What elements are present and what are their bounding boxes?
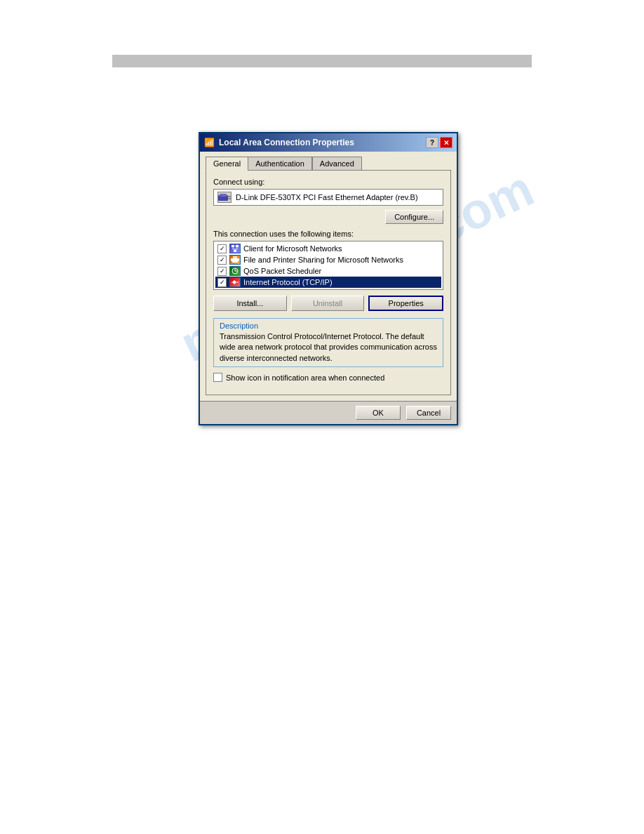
item-label-2: QoS Packet Scheduler bbox=[243, 267, 321, 275]
adapter-icon bbox=[217, 192, 232, 203]
item-label-3: Internet Protocol (TCP/IP) bbox=[243, 278, 333, 286]
svg-rect-2 bbox=[228, 196, 231, 197]
dialog-content: Connect using: D-Link DFE-530TX PCI Fast… bbox=[206, 170, 451, 395]
dialog-footer: OK Cancel bbox=[200, 401, 457, 424]
svg-rect-3 bbox=[228, 198, 231, 199]
notification-label: Show icon in notification area when conn… bbox=[226, 373, 384, 382]
close-button[interactable]: ✕ bbox=[440, 137, 452, 148]
items-list: Client for Microsoft Networks File and P… bbox=[213, 241, 443, 290]
item-checkbox-0[interactable] bbox=[217, 244, 227, 253]
tab-general[interactable]: General bbox=[206, 157, 248, 171]
dialog-title: Local Area Connection Properties bbox=[219, 138, 422, 147]
svg-rect-4 bbox=[232, 245, 234, 247]
list-item[interactable]: File and Printer Sharing for Microsoft N… bbox=[215, 254, 441, 265]
help-button[interactable]: ? bbox=[426, 137, 438, 148]
connect-using-label: Connect using: bbox=[213, 178, 443, 186]
items-label: This connection uses the following items… bbox=[213, 230, 443, 238]
svg-rect-6 bbox=[234, 250, 236, 252]
titlebar: 📶 Local Area Connection Properties ? ✕ bbox=[200, 133, 457, 152]
titlebar-buttons: ? ✕ bbox=[426, 137, 452, 148]
uninstall-button[interactable]: Uninstall bbox=[291, 296, 365, 311]
item-icon-2 bbox=[229, 266, 241, 276]
description-box: Description Transmission Control Protoco… bbox=[213, 318, 443, 367]
item-icon-0 bbox=[229, 244, 241, 253]
item-checkbox-2[interactable] bbox=[217, 267, 227, 276]
titlebar-icon: 📶 bbox=[204, 138, 215, 147]
list-item[interactable]: QoS Packet Scheduler bbox=[215, 265, 441, 277]
configure-btn-row: Configure... bbox=[213, 210, 443, 224]
item-icon-1 bbox=[229, 255, 241, 265]
tabs-container: General Authentication Advanced bbox=[200, 152, 457, 170]
notification-row: Show icon in notification area when conn… bbox=[213, 373, 443, 382]
ok-button[interactable]: OK bbox=[356, 406, 401, 420]
item-label-0: Client for Microsoft Networks bbox=[243, 244, 342, 253]
item-icon-3 bbox=[229, 277, 241, 287]
top-bar bbox=[112, 55, 532, 67]
list-item[interactable]: Internet Protocol (TCP/IP) bbox=[215, 277, 441, 288]
svg-rect-5 bbox=[236, 245, 239, 247]
description-text: Transmission Control Protocol/Internet P… bbox=[220, 331, 437, 364]
adapter-box: D-Link DFE-530TX PCI Fast Ethernet Adapt… bbox=[213, 189, 443, 206]
description-title: Description bbox=[220, 322, 437, 330]
notification-checkbox[interactable] bbox=[213, 373, 222, 382]
adapter-name: D-Link DFE-530TX PCI Fast Ethernet Adapt… bbox=[236, 193, 418, 201]
list-item[interactable]: Client for Microsoft Networks bbox=[215, 243, 441, 254]
install-button[interactable]: Install... bbox=[213, 296, 287, 311]
cancel-button[interactable]: Cancel bbox=[406, 406, 451, 420]
item-label-1: File and Printer Sharing for Microsoft N… bbox=[243, 256, 403, 264]
action-buttons: Install... Uninstall Properties bbox=[213, 296, 443, 311]
properties-button[interactable]: Properties bbox=[368, 296, 443, 311]
svg-rect-1 bbox=[220, 194, 227, 197]
svg-rect-13 bbox=[231, 258, 239, 261]
dialog-window: 📶 Local Area Connection Properties ? ✕ G… bbox=[199, 132, 458, 425]
tab-authentication[interactable]: Authentication bbox=[248, 157, 312, 171]
item-checkbox-1[interactable] bbox=[217, 256, 227, 265]
tab-advanced[interactable]: Advanced bbox=[312, 157, 362, 171]
item-checkbox-3[interactable] bbox=[217, 278, 227, 287]
configure-button[interactable]: Configure... bbox=[385, 210, 443, 224]
